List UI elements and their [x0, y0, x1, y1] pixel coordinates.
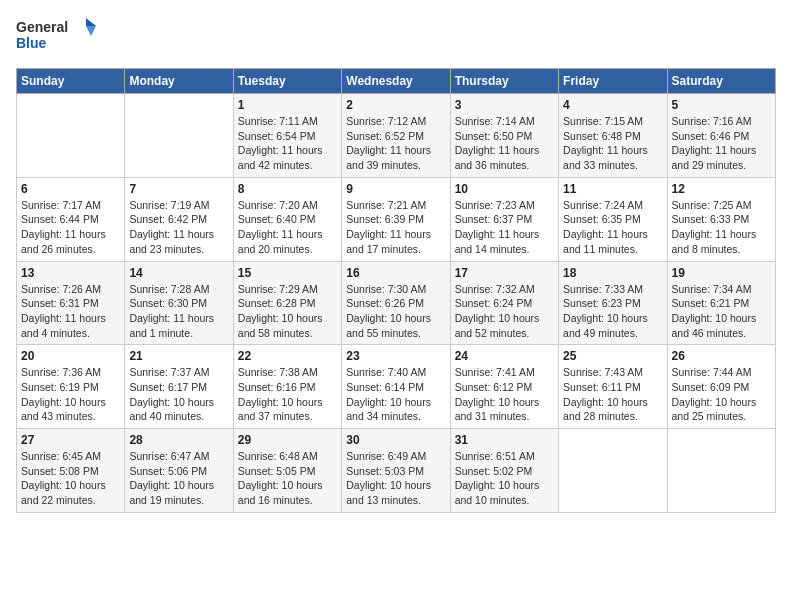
day-number: 5	[672, 98, 771, 112]
day-number: 23	[346, 349, 445, 363]
day-of-week-header: Monday	[125, 69, 233, 94]
svg-text:General: General	[16, 19, 68, 35]
day-number: 4	[563, 98, 662, 112]
day-number: 10	[455, 182, 554, 196]
day-detail: Sunrise: 7:24 AMSunset: 6:35 PMDaylight:…	[563, 198, 662, 257]
calendar-cell	[667, 429, 775, 513]
day-detail: Sunrise: 6:45 AMSunset: 5:08 PMDaylight:…	[21, 449, 120, 508]
day-detail: Sunrise: 7:26 AMSunset: 6:31 PMDaylight:…	[21, 282, 120, 341]
calendar-cell: 14Sunrise: 7:28 AMSunset: 6:30 PMDayligh…	[125, 261, 233, 345]
day-number: 30	[346, 433, 445, 447]
day-detail: Sunrise: 7:17 AMSunset: 6:44 PMDaylight:…	[21, 198, 120, 257]
day-number: 9	[346, 182, 445, 196]
day-detail: Sunrise: 7:12 AMSunset: 6:52 PMDaylight:…	[346, 114, 445, 173]
calendar-cell: 10Sunrise: 7:23 AMSunset: 6:37 PMDayligh…	[450, 177, 558, 261]
calendar-header-row: SundayMondayTuesdayWednesdayThursdayFrid…	[17, 69, 776, 94]
day-number: 24	[455, 349, 554, 363]
day-detail: Sunrise: 7:32 AMSunset: 6:24 PMDaylight:…	[455, 282, 554, 341]
day-detail: Sunrise: 7:38 AMSunset: 6:16 PMDaylight:…	[238, 365, 337, 424]
calendar-cell: 6Sunrise: 7:17 AMSunset: 6:44 PMDaylight…	[17, 177, 125, 261]
day-number: 16	[346, 266, 445, 280]
calendar-cell: 26Sunrise: 7:44 AMSunset: 6:09 PMDayligh…	[667, 345, 775, 429]
day-number: 20	[21, 349, 120, 363]
day-number: 8	[238, 182, 337, 196]
day-number: 11	[563, 182, 662, 196]
day-detail: Sunrise: 6:49 AMSunset: 5:03 PMDaylight:…	[346, 449, 445, 508]
day-number: 17	[455, 266, 554, 280]
day-of-week-header: Wednesday	[342, 69, 450, 94]
calendar-cell: 22Sunrise: 7:38 AMSunset: 6:16 PMDayligh…	[233, 345, 341, 429]
calendar-week-row: 1Sunrise: 7:11 AMSunset: 6:54 PMDaylight…	[17, 94, 776, 178]
day-of-week-header: Tuesday	[233, 69, 341, 94]
day-detail: Sunrise: 6:51 AMSunset: 5:02 PMDaylight:…	[455, 449, 554, 508]
day-number: 13	[21, 266, 120, 280]
calendar-cell: 29Sunrise: 6:48 AMSunset: 5:05 PMDayligh…	[233, 429, 341, 513]
calendar-cell: 7Sunrise: 7:19 AMSunset: 6:42 PMDaylight…	[125, 177, 233, 261]
day-detail: Sunrise: 7:21 AMSunset: 6:39 PMDaylight:…	[346, 198, 445, 257]
calendar-cell: 25Sunrise: 7:43 AMSunset: 6:11 PMDayligh…	[559, 345, 667, 429]
day-number: 6	[21, 182, 120, 196]
day-detail: Sunrise: 7:23 AMSunset: 6:37 PMDaylight:…	[455, 198, 554, 257]
day-detail: Sunrise: 7:11 AMSunset: 6:54 PMDaylight:…	[238, 114, 337, 173]
day-number: 12	[672, 182, 771, 196]
day-detail: Sunrise: 6:47 AMSunset: 5:06 PMDaylight:…	[129, 449, 228, 508]
day-number: 7	[129, 182, 228, 196]
day-number: 25	[563, 349, 662, 363]
calendar-week-row: 27Sunrise: 6:45 AMSunset: 5:08 PMDayligh…	[17, 429, 776, 513]
svg-marker-3	[86, 26, 96, 36]
svg-text:Blue: Blue	[16, 35, 47, 51]
calendar-cell: 4Sunrise: 7:15 AMSunset: 6:48 PMDaylight…	[559, 94, 667, 178]
calendar-cell: 8Sunrise: 7:20 AMSunset: 6:40 PMDaylight…	[233, 177, 341, 261]
day-detail: Sunrise: 7:30 AMSunset: 6:26 PMDaylight:…	[346, 282, 445, 341]
day-number: 29	[238, 433, 337, 447]
day-number: 15	[238, 266, 337, 280]
day-of-week-header: Thursday	[450, 69, 558, 94]
calendar-cell	[17, 94, 125, 178]
day-detail: Sunrise: 7:41 AMSunset: 6:12 PMDaylight:…	[455, 365, 554, 424]
day-number: 18	[563, 266, 662, 280]
calendar-cell: 20Sunrise: 7:36 AMSunset: 6:19 PMDayligh…	[17, 345, 125, 429]
day-detail: Sunrise: 7:15 AMSunset: 6:48 PMDaylight:…	[563, 114, 662, 173]
day-number: 26	[672, 349, 771, 363]
day-detail: Sunrise: 7:37 AMSunset: 6:17 PMDaylight:…	[129, 365, 228, 424]
day-number: 1	[238, 98, 337, 112]
calendar-cell: 31Sunrise: 6:51 AMSunset: 5:02 PMDayligh…	[450, 429, 558, 513]
day-number: 27	[21, 433, 120, 447]
day-number: 14	[129, 266, 228, 280]
day-detail: Sunrise: 6:48 AMSunset: 5:05 PMDaylight:…	[238, 449, 337, 508]
calendar-cell: 28Sunrise: 6:47 AMSunset: 5:06 PMDayligh…	[125, 429, 233, 513]
calendar-week-row: 20Sunrise: 7:36 AMSunset: 6:19 PMDayligh…	[17, 345, 776, 429]
day-detail: Sunrise: 7:40 AMSunset: 6:14 PMDaylight:…	[346, 365, 445, 424]
day-of-week-header: Saturday	[667, 69, 775, 94]
page-header: General Blue	[16, 16, 776, 60]
calendar-cell: 15Sunrise: 7:29 AMSunset: 6:28 PMDayligh…	[233, 261, 341, 345]
calendar-week-row: 13Sunrise: 7:26 AMSunset: 6:31 PMDayligh…	[17, 261, 776, 345]
day-detail: Sunrise: 7:28 AMSunset: 6:30 PMDaylight:…	[129, 282, 228, 341]
day-number: 22	[238, 349, 337, 363]
calendar-cell: 16Sunrise: 7:30 AMSunset: 6:26 PMDayligh…	[342, 261, 450, 345]
calendar-cell: 3Sunrise: 7:14 AMSunset: 6:50 PMDaylight…	[450, 94, 558, 178]
svg-marker-2	[86, 18, 96, 26]
day-detail: Sunrise: 7:14 AMSunset: 6:50 PMDaylight:…	[455, 114, 554, 173]
day-detail: Sunrise: 7:29 AMSunset: 6:28 PMDaylight:…	[238, 282, 337, 341]
logo: General Blue	[16, 16, 96, 60]
day-number: 31	[455, 433, 554, 447]
day-number: 21	[129, 349, 228, 363]
calendar-cell: 2Sunrise: 7:12 AMSunset: 6:52 PMDaylight…	[342, 94, 450, 178]
calendar-cell: 11Sunrise: 7:24 AMSunset: 6:35 PMDayligh…	[559, 177, 667, 261]
day-detail: Sunrise: 7:33 AMSunset: 6:23 PMDaylight:…	[563, 282, 662, 341]
calendar-cell: 21Sunrise: 7:37 AMSunset: 6:17 PMDayligh…	[125, 345, 233, 429]
calendar-cell: 23Sunrise: 7:40 AMSunset: 6:14 PMDayligh…	[342, 345, 450, 429]
calendar-cell: 12Sunrise: 7:25 AMSunset: 6:33 PMDayligh…	[667, 177, 775, 261]
day-detail: Sunrise: 7:36 AMSunset: 6:19 PMDaylight:…	[21, 365, 120, 424]
calendar-cell	[559, 429, 667, 513]
day-number: 3	[455, 98, 554, 112]
calendar-cell: 24Sunrise: 7:41 AMSunset: 6:12 PMDayligh…	[450, 345, 558, 429]
calendar-cell: 13Sunrise: 7:26 AMSunset: 6:31 PMDayligh…	[17, 261, 125, 345]
calendar-table: SundayMondayTuesdayWednesdayThursdayFrid…	[16, 68, 776, 513]
calendar-cell: 30Sunrise: 6:49 AMSunset: 5:03 PMDayligh…	[342, 429, 450, 513]
day-detail: Sunrise: 7:34 AMSunset: 6:21 PMDaylight:…	[672, 282, 771, 341]
day-of-week-header: Friday	[559, 69, 667, 94]
calendar-week-row: 6Sunrise: 7:17 AMSunset: 6:44 PMDaylight…	[17, 177, 776, 261]
day-number: 19	[672, 266, 771, 280]
